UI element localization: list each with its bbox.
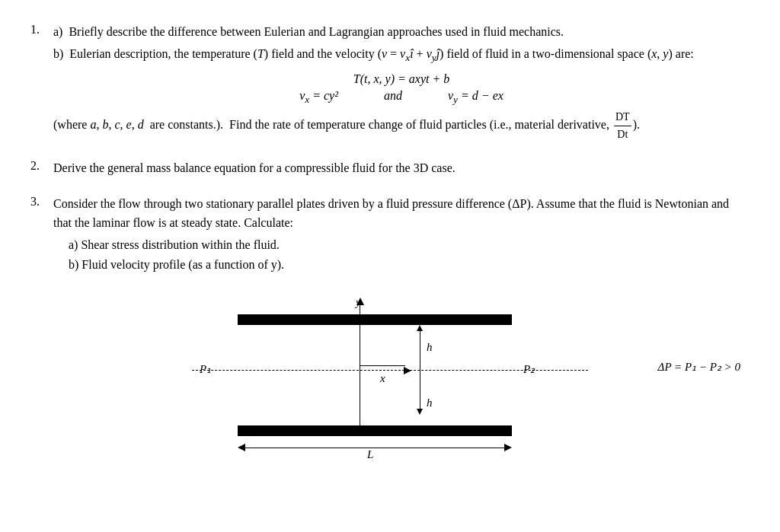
l-line bbox=[245, 448, 504, 448]
q3a-text: a) Shear stress distribution within the … bbox=[69, 236, 750, 255]
question-2: 2. Derive the general mass balance equat… bbox=[30, 159, 750, 181]
l-left-arrowhead bbox=[238, 444, 245, 451]
q1b-where: (where a, b, c, e, d are constants.). Fi… bbox=[53, 109, 750, 142]
h-label-top: h bbox=[427, 341, 433, 354]
x-axis-arrow bbox=[404, 367, 411, 374]
h-label-bottom: h bbox=[427, 397, 433, 409]
down-arrowhead bbox=[417, 409, 423, 415]
q2-content: Derive the general mass balance equation… bbox=[53, 159, 750, 181]
p2-label: P₂ bbox=[523, 362, 535, 376]
h-arrow-up bbox=[417, 325, 423, 371]
diagram-area: y x h h P₁ P₂ ΔP = P₁ − P₂ > 0 bbox=[30, 299, 750, 451]
l-label: L bbox=[367, 448, 373, 461]
diagram-container: y x h h P₁ P₂ ΔP = P₁ − P₂ > 0 bbox=[192, 299, 588, 451]
and-text: and bbox=[384, 89, 402, 103]
q1a-text: a) Briefly describe the difference betwe… bbox=[53, 23, 750, 42]
up-arrowhead bbox=[417, 325, 423, 331]
vertical-connector bbox=[360, 325, 360, 425]
top-plate bbox=[238, 314, 512, 325]
delta-p-equation: ΔP = P₁ − P₂ > 0 bbox=[658, 360, 740, 374]
q3-sublist: a) Shear stress distribution within the … bbox=[69, 236, 750, 276]
q3-text: Consider the flow through two stationary… bbox=[53, 195, 750, 233]
bottom-plate bbox=[238, 425, 512, 436]
question-3: 3. Consider the flow through two station… bbox=[30, 195, 750, 276]
q3b-text: b) Fluid velocity profile (as a function… bbox=[69, 256, 750, 275]
x-label: x bbox=[380, 372, 385, 385]
q1b-text: b) Eulerian description, the temperature… bbox=[53, 45, 750, 66]
h-up-line bbox=[420, 331, 420, 371]
p1-label: P₁ bbox=[200, 362, 211, 376]
q1-content: a) Briefly describe the difference betwe… bbox=[53, 23, 750, 145]
l-arrow-container bbox=[238, 444, 512, 451]
eq-T: T(t, x, y) = axyt + b bbox=[53, 72, 750, 86]
eq-v: vx = cy² and vy = d − ex bbox=[53, 89, 750, 106]
x-arrow-line bbox=[360, 365, 405, 366]
h-down-line bbox=[420, 369, 420, 409]
l-right-arrowhead bbox=[504, 444, 512, 451]
q3-number: 3. bbox=[30, 195, 53, 276]
q2-text: Derive the general mass balance equation… bbox=[53, 159, 750, 178]
q2-number: 2. bbox=[30, 159, 53, 181]
h-arrow-down bbox=[417, 369, 423, 415]
y-label: y bbox=[356, 296, 361, 309]
q1-number: 1. bbox=[30, 23, 53, 145]
question-1: 1. a) Briefly describe the difference be… bbox=[30, 23, 750, 145]
q3-content: Consider the flow through two stationary… bbox=[53, 195, 750, 276]
